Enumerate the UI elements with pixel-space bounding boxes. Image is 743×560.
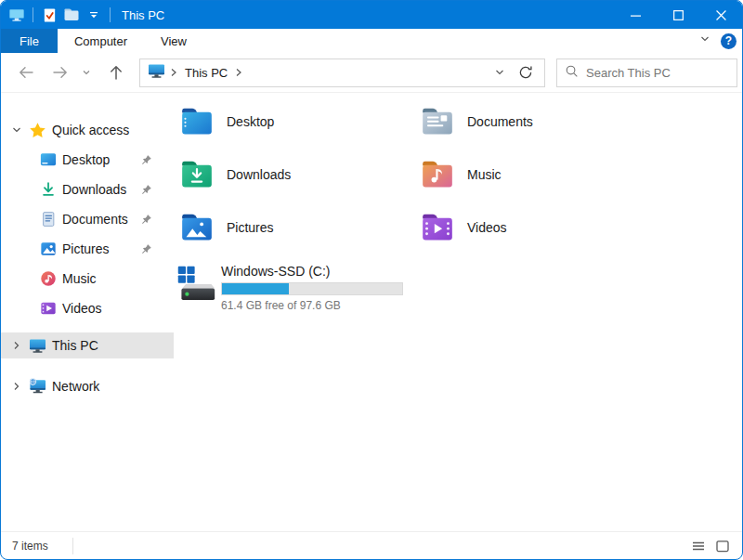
pin-icon[interactable] [140,213,153,226]
music-icon [39,270,57,288]
sidebar-item-downloads[interactable]: Downloads [1,175,174,204]
folder-label: Pictures [227,220,274,235]
sidebar-item-label: Videos [62,301,102,316]
up-button[interactable] [104,63,128,82]
sidebar-item-label: Music [62,271,97,286]
statusbar-divider [72,538,73,554]
music-folder-icon [420,157,455,192]
details-view-button[interactable] [688,536,709,556]
sidebar-item-label: Pictures [62,241,110,256]
pictures-icon [39,241,57,258]
search-icon [565,64,579,82]
sidebar-item-pictures[interactable]: Pictures [1,234,174,264]
drive-label: Windows-SSD (C:) [221,264,403,279]
forward-button[interactable] [48,63,72,82]
large-icons-view-button[interactable] [712,536,733,556]
drive-tile-windows-ssd[interactable]: Windows-SSD (C:) 61.4 GB free of 97.6 GB [176,264,742,312]
sidebar-item-label: Desktop [62,152,110,167]
address-bar[interactable]: This PC [139,59,545,87]
titlebar[interactable]: This PC [1,1,742,29]
desktop-folder-icon [179,104,215,139]
this-pc-icon [29,337,46,355]
documents-folder-icon [420,104,455,139]
sidebar-item-label: Quick access [52,123,129,137]
star-icon [29,122,46,139]
documents-icon [39,211,57,228]
maximize-button[interactable] [657,1,699,29]
videos-icon [39,300,57,318]
customize-toolbar-dropdown[interactable] [84,5,104,25]
capacity-bar-fill [222,283,289,294]
quick-access-toolbar [1,5,114,25]
minimize-button[interactable] [614,1,657,29]
tab-computer[interactable]: Computer [58,29,144,53]
titlebar-separator [33,7,33,22]
drive-free-space-text: 61.4 GB free of 97.6 GB [221,299,403,312]
explorer-window: This PC File Computer View ? [0,0,743,560]
folder-label: Desktop [227,114,274,129]
downloads-folder-icon [179,157,215,192]
sidebar-item-videos[interactable]: Videos [1,293,174,323]
refresh-button[interactable] [515,65,537,80]
sidebar-item-quick-access[interactable]: Quick access [1,115,174,145]
folder-tile-videos[interactable]: Videos [420,210,660,245]
sidebar-item-label: This PC [52,338,98,353]
folder-tile-downloads[interactable]: Downloads [179,157,420,192]
help-button[interactable]: ? [721,33,736,49]
sidebar-item-desktop[interactable]: Desktop [1,145,174,175]
desktop-icon [39,151,57,169]
pin-icon[interactable] [140,242,153,255]
sidebar-item-label: Downloads [62,182,126,197]
network-icon [29,378,46,396]
ribbon-tab-row: File Computer View ? [1,29,742,53]
capacity-bar [221,282,403,295]
navigation-pane: Quick access Desktop Downloads [1,93,174,531]
sidebar-item-label: Documents [62,212,128,227]
close-button[interactable] [699,1,742,29]
pin-icon[interactable] [140,183,153,196]
navigation-toolbar: This PC [1,53,742,92]
search-input[interactable] [586,66,729,80]
new-folder-button[interactable] [61,5,82,25]
chevron-right-icon[interactable] [9,381,24,392]
folder-label: Music [467,167,502,182]
this-pc-window-icon [7,5,27,25]
folder-label: Downloads [227,167,291,182]
tab-view[interactable]: View [144,29,203,53]
sidebar-item-music[interactable]: Music [1,264,174,293]
item-count: 7 items [12,540,48,553]
window-title: This PC [122,8,164,22]
statusbar: 7 items [1,531,742,559]
folder-tile-pictures[interactable]: Pictures [179,210,420,245]
videos-folder-icon [420,210,455,245]
breadcrumb-chevron-icon[interactable] [234,68,243,77]
breadcrumb-chevron-icon[interactable] [169,68,178,77]
titlebar-separator [110,7,111,22]
ribbon-collapse-chevron-icon[interactable] [698,33,711,49]
address-dropdown-chevron-icon[interactable] [489,66,511,79]
search-box[interactable] [556,59,737,87]
folder-label: Documents [467,114,533,129]
folder-tile-documents[interactable]: Documents [420,104,660,139]
sidebar-item-network[interactable]: Network [1,371,174,401]
chevron-right-icon[interactable] [9,340,24,351]
downloads-icon [39,181,57,199]
recent-locations-chevron-icon[interactable] [78,67,95,78]
folder-label: Videos [467,220,507,235]
back-button[interactable] [14,63,38,82]
tab-file[interactable]: File [1,29,58,53]
sidebar-item-label: Network [52,379,99,394]
pictures-folder-icon [179,210,215,245]
breadcrumb-root-icon [148,63,165,83]
items-view: Desktop Documents Downloads [174,93,742,531]
breadcrumb-item-this-pc[interactable]: This PC [182,66,230,80]
hard-drive-icon [176,264,216,305]
chevron-down-icon[interactable] [9,124,24,136]
properties-button[interactable] [39,5,59,25]
pin-icon[interactable] [140,153,153,166]
sidebar-item-this-pc[interactable]: This PC [1,332,174,358]
sidebar-item-documents[interactable]: Documents [1,204,174,234]
folder-tile-music[interactable]: Music [420,157,660,192]
folder-tile-desktop[interactable]: Desktop [179,104,420,139]
